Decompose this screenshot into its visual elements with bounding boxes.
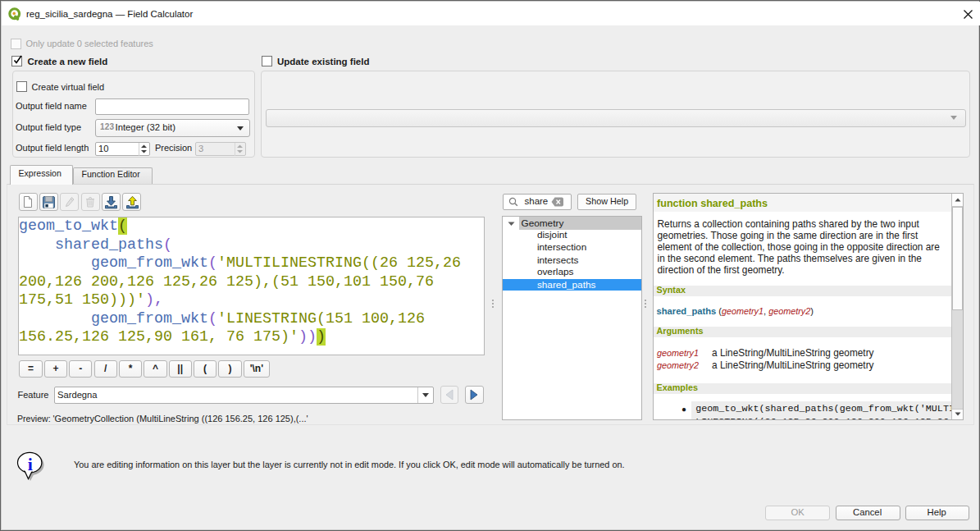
svg-text:i: i: [28, 454, 33, 474]
